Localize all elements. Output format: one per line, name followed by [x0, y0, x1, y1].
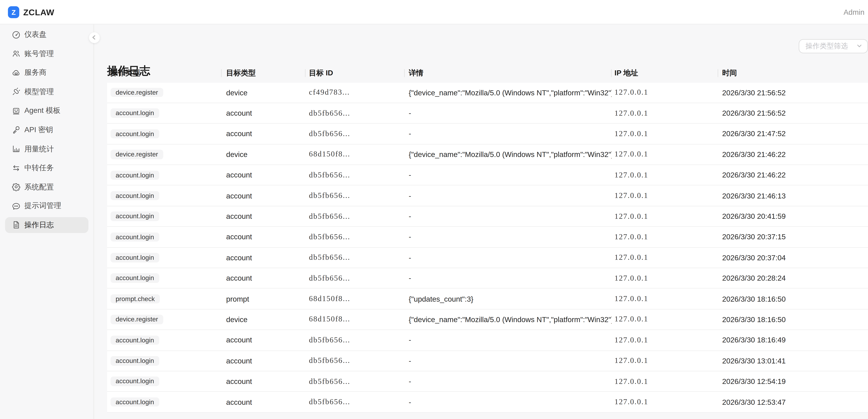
plug-icon — [11, 87, 20, 96]
users-icon — [11, 49, 20, 58]
sidebar-item-cloud[interactable]: 服务商 — [5, 65, 88, 81]
table-row: device.registerdevice68d150f8...{"device… — [107, 309, 868, 330]
cell-target-id: db5fb656... — [306, 253, 405, 262]
cell-target-id: db5fb656... — [306, 212, 405, 221]
cell-time: 2026/3/30 21:46:22 — [718, 171, 868, 179]
sidebar-item-key[interactable]: API 密钥 — [5, 122, 88, 138]
cell-target-id: db5fb656... — [306, 171, 405, 180]
action-type-badge: device.register — [111, 315, 163, 324]
brand-name: ZCLAW — [23, 7, 54, 17]
cell-ip: 127.0.0.1 — [612, 109, 718, 118]
key-icon — [11, 125, 20, 134]
chevron-left-icon — [92, 35, 96, 39]
sidebar-item-gear[interactable]: 系统配置 — [5, 179, 88, 195]
cell-time: 2026/3/30 20:37:04 — [718, 253, 868, 262]
cell-action: device.register — [107, 88, 222, 97]
cell-target-type: account — [222, 253, 306, 262]
sidebar-item-label: 中转任务 — [24, 163, 54, 173]
sidebar-item-label: 服务商 — [24, 67, 46, 78]
sidebar-item-label: 仪表盘 — [24, 30, 46, 40]
table-row: account.loginaccountdb5fb656...-127.0.0.… — [107, 186, 868, 206]
cell-detail: - — [405, 253, 612, 262]
cell-target-type: account — [222, 336, 306, 344]
cell-detail: {"updates_count":3} — [405, 295, 612, 303]
cell-detail: - — [405, 129, 612, 138]
cell-target-id: db5fb656... — [306, 129, 405, 138]
cell-target-type: device — [222, 315, 306, 324]
filter-placeholder: 操作类型筛选 — [799, 41, 857, 51]
brand: Z ZCLAW — [8, 6, 54, 18]
cell-action: account.login — [107, 273, 222, 283]
cell-time: 2026/3/30 21:47:52 — [718, 129, 868, 138]
cell-target-type: account — [222, 212, 306, 220]
action-type-badge: account.login — [111, 129, 159, 139]
user-menu[interactable]: Admin — [843, 0, 864, 24]
column-header: 目标类型 — [222, 68, 306, 79]
cell-action: prompt.check — [107, 294, 222, 303]
sidebar-item-chat[interactable]: 提示词管理 — [5, 198, 88, 214]
action-type-badge: account.login — [111, 397, 159, 407]
cell-target-type: account — [222, 129, 306, 138]
column-header: 目标 ID — [306, 68, 405, 79]
cell-action: account.login — [107, 170, 222, 180]
sidebar-item-gauge[interactable]: 仪表盘 — [5, 27, 88, 42]
cell-ip: 127.0.0.1 — [612, 336, 718, 345]
chevron-down-icon — [857, 43, 862, 49]
cell-action: device.register — [107, 150, 222, 159]
cell-time: 2026/3/30 21:46:13 — [718, 191, 868, 200]
cell-ip: 127.0.0.1 — [612, 274, 718, 283]
cell-ip: 127.0.0.1 — [612, 171, 718, 180]
sidebar-item-robot[interactable]: Agent 模板 — [5, 103, 88, 119]
cell-target-id: db5fb656... — [306, 274, 405, 283]
cell-ip: 127.0.0.1 — [612, 315, 718, 324]
action-type-badge: account.login — [111, 335, 159, 345]
sidebar-item-users[interactable]: 账号管理 — [5, 46, 88, 61]
table-row: account.loginaccountdb5fb656...-127.0.0.… — [107, 227, 868, 248]
app-window: Z ZCLAW Admin 仪表盘账号管理服务商模型管理Agent 模板API … — [0, 0, 868, 419]
cell-target-type: prompt — [222, 295, 306, 303]
cell-action: device.register — [107, 315, 222, 324]
cell-time: 2026/3/30 21:56:52 — [718, 88, 868, 97]
cell-time: 2026/3/30 20:28:24 — [718, 274, 868, 282]
cell-time: 2026/3/30 18:16:50 — [718, 295, 868, 303]
cell-ip: 127.0.0.1 — [612, 212, 718, 221]
gear-icon — [11, 182, 20, 191]
cell-target-type: device — [222, 88, 306, 97]
cell-detail: - — [405, 191, 612, 200]
cell-detail: {"device_name":"Mozilla/5.0 (Windows NT"… — [405, 315, 612, 324]
cell-action: account.login — [107, 129, 222, 139]
action-type-filter-select[interactable]: 操作类型筛选 — [799, 39, 868, 53]
sidebar-item-bar-chart[interactable]: 用量统计 — [5, 141, 88, 157]
cell-time: 2026/3/30 21:56:52 — [718, 109, 868, 117]
table-row: prompt.checkprompt68d150f8...{"updates_c… — [107, 289, 868, 309]
robot-icon — [11, 106, 20, 115]
gauge-icon — [11, 30, 20, 39]
cell-time: 2026/3/30 21:46:22 — [718, 150, 868, 159]
action-type-badge: prompt.check — [111, 294, 160, 303]
sidebar-item-file-log[interactable]: 操作日志 — [5, 217, 88, 233]
sidebar-item-plug[interactable]: 模型管理 — [5, 84, 88, 100]
cell-ip: 127.0.0.1 — [612, 356, 718, 365]
cell-action: account.login — [107, 253, 222, 262]
cell-detail: - — [405, 274, 612, 282]
cell-detail: - — [405, 171, 612, 179]
action-type-badge: account.login — [111, 170, 159, 180]
table-header: 操作类型目标类型目标 ID详情IP 地址时间 — [107, 64, 868, 83]
cell-target-id: cf49d783... — [306, 88, 405, 97]
table-row: account.loginaccountdb5fb656...-127.0.0.… — [107, 165, 868, 186]
action-type-badge: device.register — [111, 88, 163, 97]
sidebar-item-transfer[interactable]: 中转任务 — [5, 160, 88, 176]
action-type-badge: account.login — [111, 109, 159, 118]
chat-icon — [11, 202, 20, 210]
cell-detail: - — [405, 233, 612, 241]
action-type-badge: account.login — [111, 232, 159, 242]
cell-target-id: 68d150f8... — [306, 150, 405, 159]
cell-action: account.login — [107, 191, 222, 200]
cell-time: 2026/3/30 20:41:59 — [718, 212, 868, 220]
cell-target-type: account — [222, 233, 306, 241]
action-type-badge: account.login — [111, 356, 159, 365]
app-header: Z ZCLAW Admin — [0, 0, 868, 24]
cell-time: 2026/3/30 18:16:49 — [718, 336, 868, 344]
cell-target-id: 68d150f8... — [306, 315, 405, 324]
table-row: account.loginaccountdb5fb656...-127.0.0.… — [107, 268, 868, 289]
